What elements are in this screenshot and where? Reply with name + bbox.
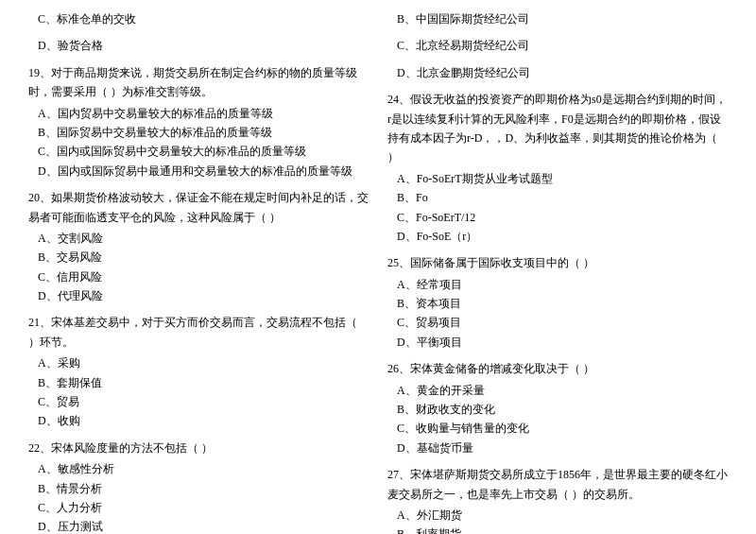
- question-22-option-b: B、情景分析: [28, 479, 369, 498]
- question-24-option-a: A、Fo-SoErT期货从业考试题型: [387, 169, 728, 188]
- option-text: D、北京金鹏期货经纪公司: [387, 63, 728, 82]
- option-c-header2: C、北京经易期货经纪公司: [387, 36, 728, 55]
- question-20-option-b: B、交易风险: [28, 248, 369, 267]
- left-column: C、标准仓单的交收 D、验货合格 19、对于商品期货来说，期货交易所在制定合约标…: [28, 9, 369, 534]
- question-22-option-d: D、压力测试: [28, 517, 369, 534]
- option-text: C、北京经易期货经纪公司: [387, 36, 728, 55]
- question-27-title: 27、宋体堪萨斯期货交易所成立于1856年，是世界最主要的硬冬红小麦交易所之一，…: [387, 465, 728, 504]
- question-26-option-a: A、黄金的开采量: [387, 381, 728, 400]
- question-21-title: 21、宋体基差交易中，对于买方而价交易而言，交易流程不包括（ ）环节。: [28, 313, 369, 352]
- question-26: 26、宋体黄金储备的增减变化取决于（ ） A、黄金的开采量 B、财政收支的变化 …: [387, 359, 728, 457]
- question-25-option-b: B、资本项目: [387, 294, 728, 313]
- question-20-option-c: C、信用风险: [28, 267, 369, 286]
- question-25-option-d: D、平衡项目: [387, 333, 728, 352]
- question-21-option-b: B、套期保值: [28, 373, 369, 392]
- question-19-option-c: C、国内或国际贸易中交易量较大的标准品的质量等级: [28, 142, 369, 161]
- option-text: B、中国国际期货经纪公司: [387, 9, 728, 28]
- question-20-option-d: D、代理风险: [28, 286, 369, 305]
- question-24-option-d: D、Fo-SoE（r）: [387, 227, 728, 246]
- question-25: 25、国际储备属于国际收支项目中的（ ） A、经常项目 B、资本项目 C、贸易项…: [387, 253, 728, 352]
- question-24: 24、假设无收益的投资资产的即期价格为s0是远期合约到期的时间，r是以连续复利计…: [387, 90, 728, 246]
- option-text: D、验货合格: [28, 36, 369, 55]
- question-27-option-a: A、外汇期货: [387, 506, 728, 525]
- question-19-option-a: A、国内贸易中交易量较大的标准品的质量等级: [28, 104, 369, 123]
- question-20: 20、如果期货价格波动较大，保证金不能在规定时间内补足的话，交易者可能面临透支平…: [28, 188, 369, 305]
- question-25-option-c: C、贸易项目: [387, 313, 728, 332]
- question-19: 19、对于商品期货来说，期货交易所在制定合约标的物的质量等级时，需要采用（ ）为…: [28, 63, 369, 181]
- option-d-header2: D、北京金鹏期货经纪公司: [387, 63, 728, 82]
- option-c-header: C、标准仓单的交收: [28, 9, 369, 28]
- question-25-option-a: A、经常项目: [387, 275, 728, 294]
- question-20-title: 20、如果期货价格波动较大，保证金不能在规定时间内补足的话，交易者可能面临透支平…: [28, 188, 369, 227]
- question-22: 22、宋体风险度量的方法不包括（ ） A、敏感性分析 B、情景分析 C、人力分析…: [28, 439, 369, 534]
- question-21-option-d: D、收购: [28, 411, 369, 430]
- right-column: B、中国国际期货经纪公司 C、北京经易期货经纪公司 D、北京金鹏期货经纪公司 2…: [387, 9, 728, 534]
- question-21-option-a: A、采购: [28, 353, 369, 372]
- question-21-option-c: C、贸易: [28, 392, 369, 411]
- question-26-option-d: D、基础货币量: [387, 439, 728, 457]
- option-b-header: B、中国国际期货经纪公司: [387, 9, 728, 28]
- question-19-title: 19、对于商品期货来说，期货交易所在制定合约标的物的质量等级时，需要采用（ ）为…: [28, 63, 369, 102]
- question-19-option-d: D、国内或国际贸易中最通用和交易量较大的标准品的质量等级: [28, 162, 369, 181]
- question-22-option-c: C、人力分析: [28, 498, 369, 517]
- question-24-title: 24、假设无收益的投资资产的即期价格为s0是远期合约到期的时间，r是以连续复利计…: [387, 90, 728, 167]
- question-26-option-c: C、收购量与销售量的变化: [387, 419, 728, 438]
- question-24-option-c: C、Fo-SoErT/12: [387, 208, 728, 227]
- question-26-option-b: B、财政收支的变化: [387, 400, 728, 419]
- question-27-option-b: B、利率期货: [387, 525, 728, 534]
- option-text: C、标准仓单的交收: [28, 9, 369, 28]
- question-22-title: 22、宋体风险度量的方法不包括（ ）: [28, 439, 369, 457]
- question-25-title: 25、国际储备属于国际收支项目中的（ ）: [387, 253, 728, 272]
- question-26-title: 26、宋体黄金储备的增减变化取决于（ ）: [387, 359, 728, 378]
- option-d-header: D、验货合格: [28, 36, 369, 55]
- question-21: 21、宋体基差交易中，对于买方而价交易而言，交易流程不包括（ ）环节。 A、采购…: [28, 313, 369, 430]
- question-19-option-b: B、国际贸易中交易量较大的标准品的质量等级: [28, 123, 369, 142]
- question-22-option-a: A、敏感性分析: [28, 459, 369, 478]
- question-24-option-b: B、Fo: [387, 188, 728, 207]
- question-20-option-a: A、交割风险: [28, 229, 369, 248]
- question-27: 27、宋体堪萨斯期货交易所成立于1856年，是世界最主要的硬冬红小麦交易所之一，…: [387, 465, 728, 534]
